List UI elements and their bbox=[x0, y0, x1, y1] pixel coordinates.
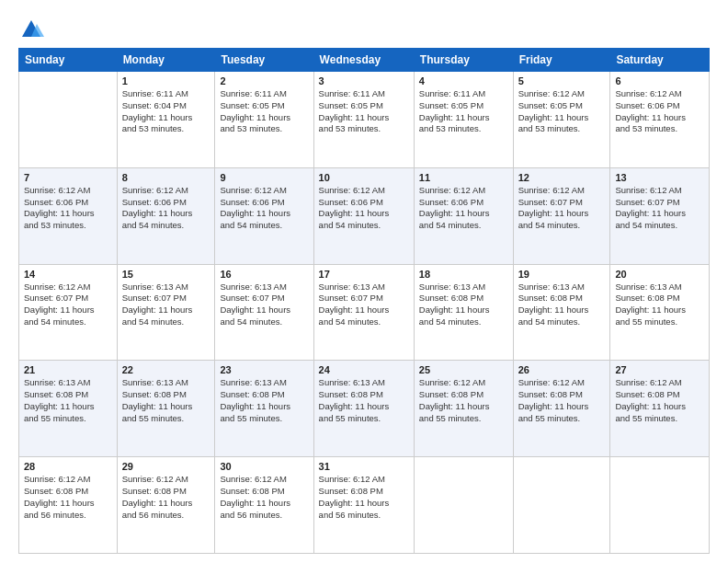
day-info: Sunrise: 6:13 AMSunset: 6:08 PMDaylight:… bbox=[615, 282, 704, 328]
day-info: Sunrise: 6:11 AMSunset: 6:05 PMDaylight:… bbox=[419, 88, 508, 135]
day-number: 14 bbox=[24, 269, 112, 280]
day-info: Sunrise: 6:12 AMSunset: 6:08 PMDaylight:… bbox=[220, 474, 308, 521]
day-info: Sunrise: 6:13 AMSunset: 6:07 PMDaylight:… bbox=[220, 282, 308, 328]
calendar-week-row: 7Sunrise: 6:12 AMSunset: 6:06 PMDaylight… bbox=[19, 167, 710, 264]
calendar-header-wednesday: Wednesday bbox=[313, 49, 414, 72]
day-info: Sunrise: 6:12 AMSunset: 6:06 PMDaylight:… bbox=[319, 185, 409, 232]
day-info: Sunrise: 6:12 AMSunset: 6:08 PMDaylight:… bbox=[24, 474, 112, 521]
day-number: 6 bbox=[615, 75, 704, 86]
day-number: 19 bbox=[518, 269, 606, 280]
day-info: Sunrise: 6:12 AMSunset: 6:06 PMDaylight:… bbox=[419, 185, 508, 232]
calendar-cell: 21Sunrise: 6:13 AMSunset: 6:08 PMDayligh… bbox=[19, 361, 118, 457]
day-number: 26 bbox=[518, 364, 606, 375]
calendar-cell: 16Sunrise: 6:13 AMSunset: 6:07 PMDayligh… bbox=[215, 264, 313, 361]
day-number: 22 bbox=[122, 364, 210, 375]
calendar-header-saturday: Saturday bbox=[610, 49, 710, 72]
calendar-cell: 2Sunrise: 6:11 AMSunset: 6:05 PMDaylight… bbox=[215, 72, 313, 168]
day-info: Sunrise: 6:11 AMSunset: 6:05 PMDaylight:… bbox=[319, 88, 409, 135]
day-info: Sunrise: 6:12 AMSunset: 6:08 PMDaylight:… bbox=[615, 377, 704, 424]
day-info: Sunrise: 6:12 AMSunset: 6:08 PMDaylight:… bbox=[419, 377, 508, 424]
day-number: 12 bbox=[518, 172, 606, 183]
calendar-week-row: 28Sunrise: 6:12 AMSunset: 6:08 PMDayligh… bbox=[19, 457, 710, 554]
day-info: Sunrise: 6:12 AMSunset: 6:07 PMDaylight:… bbox=[518, 185, 606, 232]
day-info: Sunrise: 6:12 AMSunset: 6:06 PMDaylight:… bbox=[24, 185, 112, 232]
calendar-cell: 25Sunrise: 6:12 AMSunset: 6:08 PMDayligh… bbox=[414, 361, 513, 457]
day-number: 17 bbox=[319, 269, 409, 280]
day-number: 5 bbox=[518, 75, 606, 86]
day-info: Sunrise: 6:12 AMSunset: 6:08 PMDaylight:… bbox=[518, 377, 606, 424]
calendar-cell: 8Sunrise: 6:12 AMSunset: 6:06 PMDaylight… bbox=[117, 167, 215, 264]
day-number: 16 bbox=[220, 269, 308, 280]
calendar-cell: 9Sunrise: 6:12 AMSunset: 6:06 PMDaylight… bbox=[215, 167, 313, 264]
day-info: Sunrise: 6:11 AMSunset: 6:05 PMDaylight:… bbox=[220, 88, 308, 135]
day-number: 4 bbox=[419, 75, 508, 86]
day-info: Sunrise: 6:12 AMSunset: 6:07 PMDaylight:… bbox=[24, 282, 112, 328]
page: SundayMondayTuesdayWednesdayThursdayFrid… bbox=[0, 0, 728, 563]
calendar-cell: 4Sunrise: 6:11 AMSunset: 6:05 PMDaylight… bbox=[414, 72, 513, 168]
day-number: 24 bbox=[319, 364, 409, 375]
calendar-cell: 12Sunrise: 6:12 AMSunset: 6:07 PMDayligh… bbox=[513, 167, 610, 264]
day-number: 23 bbox=[220, 364, 308, 375]
calendar-cell: 28Sunrise: 6:12 AMSunset: 6:08 PMDayligh… bbox=[19, 457, 118, 554]
calendar-cell: 22Sunrise: 6:13 AMSunset: 6:08 PMDayligh… bbox=[117, 361, 215, 457]
logo bbox=[18, 17, 48, 42]
calendar-week-row: 14Sunrise: 6:12 AMSunset: 6:07 PMDayligh… bbox=[19, 264, 710, 361]
logo-icon bbox=[18, 17, 44, 42]
day-info: Sunrise: 6:12 AMSunset: 6:06 PMDaylight:… bbox=[220, 185, 308, 232]
calendar-cell: 20Sunrise: 6:13 AMSunset: 6:08 PMDayligh… bbox=[610, 264, 710, 361]
calendar-table: SundayMondayTuesdayWednesdayThursdayFrid… bbox=[18, 48, 710, 554]
day-number: 25 bbox=[419, 364, 508, 375]
calendar-cell: 10Sunrise: 6:12 AMSunset: 6:06 PMDayligh… bbox=[313, 167, 414, 264]
day-number: 3 bbox=[319, 75, 409, 86]
calendar-cell bbox=[414, 457, 513, 554]
calendar-cell: 13Sunrise: 6:12 AMSunset: 6:07 PMDayligh… bbox=[610, 167, 710, 264]
day-info: Sunrise: 6:12 AMSunset: 6:05 PMDaylight:… bbox=[518, 88, 606, 135]
calendar-cell: 6Sunrise: 6:12 AMSunset: 6:06 PMDaylight… bbox=[610, 72, 710, 168]
day-number: 1 bbox=[122, 75, 210, 86]
day-number: 9 bbox=[220, 172, 308, 183]
day-info: Sunrise: 6:12 AMSunset: 6:08 PMDaylight:… bbox=[122, 474, 210, 521]
calendar-week-row: 1Sunrise: 6:11 AMSunset: 6:04 PMDaylight… bbox=[19, 72, 710, 168]
calendar-cell: 3Sunrise: 6:11 AMSunset: 6:05 PMDaylight… bbox=[313, 72, 414, 168]
day-info: Sunrise: 6:11 AMSunset: 6:04 PMDaylight:… bbox=[122, 88, 210, 135]
day-number: 30 bbox=[220, 461, 308, 472]
calendar-cell bbox=[19, 72, 118, 168]
day-info: Sunrise: 6:13 AMSunset: 6:08 PMDaylight:… bbox=[24, 377, 112, 424]
day-info: Sunrise: 6:13 AMSunset: 6:08 PMDaylight:… bbox=[319, 377, 409, 424]
day-info: Sunrise: 6:12 AMSunset: 6:07 PMDaylight:… bbox=[615, 185, 704, 232]
calendar-cell: 29Sunrise: 6:12 AMSunset: 6:08 PMDayligh… bbox=[117, 457, 215, 554]
day-number: 2 bbox=[220, 75, 308, 86]
calendar-cell: 14Sunrise: 6:12 AMSunset: 6:07 PMDayligh… bbox=[19, 264, 118, 361]
calendar-cell: 15Sunrise: 6:13 AMSunset: 6:07 PMDayligh… bbox=[117, 264, 215, 361]
calendar-header-monday: Monday bbox=[117, 49, 215, 72]
calendar-cell bbox=[513, 457, 610, 554]
calendar-cell: 24Sunrise: 6:13 AMSunset: 6:08 PMDayligh… bbox=[313, 361, 414, 457]
calendar-header-sunday: Sunday bbox=[19, 49, 118, 72]
day-number: 7 bbox=[24, 172, 112, 183]
calendar-cell: 17Sunrise: 6:13 AMSunset: 6:07 PMDayligh… bbox=[313, 264, 414, 361]
day-number: 13 bbox=[615, 172, 704, 183]
calendar-cell: 27Sunrise: 6:12 AMSunset: 6:08 PMDayligh… bbox=[610, 361, 710, 457]
day-info: Sunrise: 6:13 AMSunset: 6:08 PMDaylight:… bbox=[419, 282, 508, 328]
day-info: Sunrise: 6:13 AMSunset: 6:07 PMDaylight:… bbox=[122, 282, 210, 328]
header bbox=[18, 17, 710, 42]
calendar-cell bbox=[610, 457, 710, 554]
calendar-cell: 7Sunrise: 6:12 AMSunset: 6:06 PMDaylight… bbox=[19, 167, 118, 264]
day-number: 29 bbox=[122, 461, 210, 472]
calendar-cell: 5Sunrise: 6:12 AMSunset: 6:05 PMDaylight… bbox=[513, 72, 610, 168]
day-number: 28 bbox=[24, 461, 112, 472]
calendar-cell: 26Sunrise: 6:12 AMSunset: 6:08 PMDayligh… bbox=[513, 361, 610, 457]
calendar-header-row: SundayMondayTuesdayWednesdayThursdayFrid… bbox=[19, 49, 710, 72]
calendar-cell: 11Sunrise: 6:12 AMSunset: 6:06 PMDayligh… bbox=[414, 167, 513, 264]
calendar-header-thursday: Thursday bbox=[414, 49, 513, 72]
calendar-cell: 30Sunrise: 6:12 AMSunset: 6:08 PMDayligh… bbox=[215, 457, 313, 554]
day-number: 31 bbox=[319, 461, 409, 472]
day-info: Sunrise: 6:13 AMSunset: 6:08 PMDaylight:… bbox=[220, 377, 308, 424]
calendar-week-row: 21Sunrise: 6:13 AMSunset: 6:08 PMDayligh… bbox=[19, 361, 710, 457]
day-number: 20 bbox=[615, 269, 704, 280]
day-info: Sunrise: 6:12 AMSunset: 6:06 PMDaylight:… bbox=[122, 185, 210, 232]
day-info: Sunrise: 6:13 AMSunset: 6:08 PMDaylight:… bbox=[518, 282, 606, 328]
day-number: 15 bbox=[122, 269, 210, 280]
day-info: Sunrise: 6:12 AMSunset: 6:06 PMDaylight:… bbox=[615, 88, 704, 135]
day-info: Sunrise: 6:12 AMSunset: 6:08 PMDaylight:… bbox=[319, 474, 409, 521]
